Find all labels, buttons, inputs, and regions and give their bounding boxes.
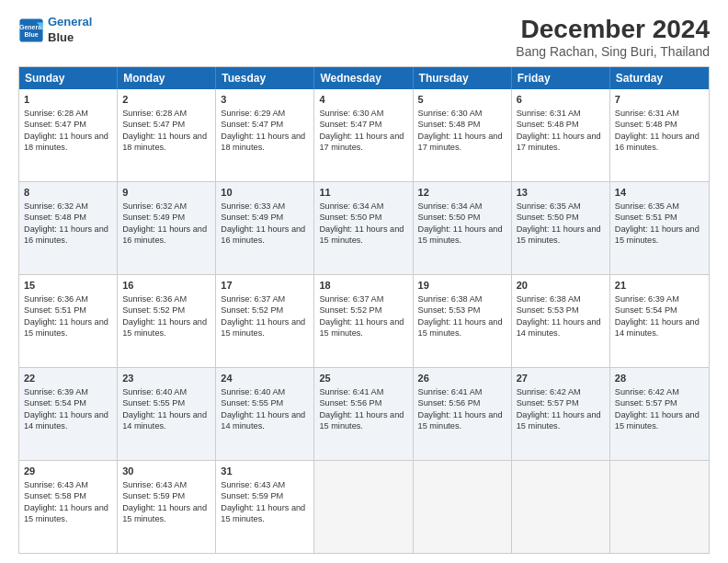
daylight-text: Daylight: 11 hours and 15 minutes. [24,503,108,523]
day-number: 23 [122,372,210,385]
sunset-text: Sunset: 5:56 PM [319,398,381,408]
sunset-text: Sunset: 5:58 PM [24,491,86,500]
day-number: 18 [319,279,407,293]
page: General Blue General Blue December 2024 … [0,0,728,563]
sunset-text: Sunset: 5:48 PM [615,120,677,129]
calendar-cell: 22Sunrise: 6:39 AMSunset: 5:54 PMDayligh… [19,368,118,460]
calendar-week-3: 15Sunrise: 6:36 AMSunset: 5:51 PMDayligh… [19,274,709,367]
calendar-cell: 6Sunrise: 6:31 AMSunset: 5:48 PMDaylight… [512,89,610,181]
sunset-text: Sunset: 5:57 PM [517,398,579,408]
sunset-text: Sunset: 5:59 PM [221,491,283,500]
header-sunday: Sunday [19,67,118,89]
daylight-text: Daylight: 11 hours and 15 minutes. [418,410,503,431]
sunset-text: Sunset: 5:50 PM [418,213,481,222]
sunrise-text: Sunrise: 6:28 AM [24,109,88,118]
daylight-text: Daylight: 11 hours and 16 minutes. [221,224,305,245]
daylight-text: Daylight: 11 hours and 14 minutes. [24,410,108,431]
calendar-cell [610,461,709,553]
daylight-text: Daylight: 11 hours and 15 minutes. [615,410,700,431]
sunrise-text: Sunrise: 6:38 AM [517,294,581,304]
sunset-text: Sunset: 5:48 PM [24,213,86,222]
day-number: 19 [418,279,506,293]
calendar-cell: 10Sunrise: 6:33 AMSunset: 5:49 PMDayligh… [216,182,314,274]
sunrise-text: Sunrise: 6:40 AM [122,387,187,396]
daylight-text: Daylight: 11 hours and 15 minutes. [615,224,700,245]
daylight-text: Daylight: 11 hours and 16 minutes. [24,224,108,245]
calendar-cell: 12Sunrise: 6:34 AMSunset: 5:50 PMDayligh… [414,182,512,274]
calendar-cell [314,461,413,553]
sunrise-text: Sunrise: 6:36 AM [24,294,88,304]
sunrise-text: Sunrise: 6:37 AM [221,294,285,304]
day-number: 12 [418,186,506,200]
sunrise-text: Sunrise: 6:29 AM [221,109,285,118]
sunrise-text: Sunrise: 6:30 AM [319,109,383,118]
daylight-text: Daylight: 11 hours and 16 minutes. [122,224,207,245]
sunrise-text: Sunrise: 6:37 AM [319,294,383,304]
day-number: 17 [221,279,309,293]
sunrise-text: Sunrise: 6:32 AM [24,201,88,211]
daylight-text: Daylight: 11 hours and 18 minutes. [221,132,305,152]
sunset-text: Sunset: 5:54 PM [615,305,677,315]
header-tuesday: Tuesday [216,67,314,89]
calendar-cell: 7Sunrise: 6:31 AMSunset: 5:48 PMDaylight… [610,89,709,181]
sunset-text: Sunset: 5:54 PM [24,398,86,408]
sunset-text: Sunset: 5:52 PM [122,305,185,315]
sunset-text: Sunset: 5:52 PM [221,305,283,315]
calendar-cell: 8Sunrise: 6:32 AMSunset: 5:48 PMDaylight… [19,182,118,274]
calendar-cell: 28Sunrise: 6:42 AMSunset: 5:57 PMDayligh… [610,368,709,460]
day-number: 16 [122,279,210,293]
daylight-text: Daylight: 11 hours and 15 minutes. [319,410,404,431]
daylight-text: Daylight: 11 hours and 17 minutes. [517,132,601,152]
calendar-week-5: 29Sunrise: 6:43 AMSunset: 5:58 PMDayligh… [19,460,709,553]
sunset-text: Sunset: 5:57 PM [615,398,677,408]
daylight-text: Daylight: 11 hours and 15 minutes. [418,224,503,245]
daylight-text: Daylight: 11 hours and 14 minutes. [221,410,305,431]
sunset-text: Sunset: 5:47 PM [319,120,381,129]
day-number: 27 [517,372,605,385]
calendar-cell: 14Sunrise: 6:35 AMSunset: 5:51 PMDayligh… [610,182,709,274]
calendar-cell: 20Sunrise: 6:38 AMSunset: 5:53 PMDayligh… [512,275,610,367]
sunrise-text: Sunrise: 6:43 AM [122,480,187,489]
sunrise-text: Sunrise: 6:35 AM [615,201,679,211]
sunrise-text: Sunrise: 6:40 AM [221,387,285,396]
daylight-text: Daylight: 11 hours and 15 minutes. [122,317,207,338]
sunset-text: Sunset: 5:52 PM [319,305,381,315]
subtitle: Bang Rachan, Sing Buri, Thailand [516,44,710,59]
sunrise-text: Sunrise: 6:28 AM [122,109,187,118]
sunset-text: Sunset: 5:49 PM [221,213,283,222]
day-number: 4 [319,93,407,107]
sunset-text: Sunset: 5:53 PM [418,305,481,315]
calendar-cell: 31Sunrise: 6:43 AMSunset: 5:59 PMDayligh… [216,461,314,553]
day-number: 8 [24,186,112,200]
sunset-text: Sunset: 5:53 PM [517,305,579,315]
header-wednesday: Wednesday [314,67,413,89]
sunrise-text: Sunrise: 6:36 AM [122,294,187,304]
sunrise-text: Sunrise: 6:34 AM [418,201,483,211]
calendar-cell: 21Sunrise: 6:39 AMSunset: 5:54 PMDayligh… [610,275,709,367]
calendar-cell: 24Sunrise: 6:40 AMSunset: 5:55 PMDayligh… [216,368,314,460]
calendar-cell: 5Sunrise: 6:30 AMSunset: 5:48 PMDaylight… [414,89,512,181]
day-number: 29 [24,465,112,478]
calendar-cell: 19Sunrise: 6:38 AMSunset: 5:53 PMDayligh… [414,275,512,367]
daylight-text: Daylight: 11 hours and 14 minutes. [122,410,207,431]
daylight-text: Daylight: 11 hours and 17 minutes. [319,132,404,152]
sunrise-text: Sunrise: 6:32 AM [122,201,187,211]
header-saturday: Saturday [610,67,709,89]
calendar-cell: 30Sunrise: 6:43 AMSunset: 5:59 PMDayligh… [118,461,216,553]
calendar-cell: 15Sunrise: 6:36 AMSunset: 5:51 PMDayligh… [19,275,118,367]
daylight-text: Daylight: 11 hours and 18 minutes. [122,132,207,152]
day-number: 13 [517,186,605,200]
calendar: Sunday Monday Tuesday Wednesday Thursday… [18,66,710,554]
daylight-text: Daylight: 11 hours and 15 minutes. [221,503,305,523]
sunrise-text: Sunrise: 6:34 AM [319,201,383,211]
sunset-text: Sunset: 5:56 PM [418,398,481,408]
day-number: 31 [221,465,309,478]
daylight-text: Daylight: 11 hours and 14 minutes. [517,317,601,338]
daylight-text: Daylight: 11 hours and 15 minutes. [122,503,207,523]
daylight-text: Daylight: 11 hours and 16 minutes. [615,132,700,152]
header-thursday: Thursday [414,67,512,89]
day-number: 30 [122,465,210,478]
day-number: 2 [122,93,210,107]
logo: General Blue General Blue [18,15,92,46]
sunrise-text: Sunrise: 6:41 AM [319,387,383,396]
